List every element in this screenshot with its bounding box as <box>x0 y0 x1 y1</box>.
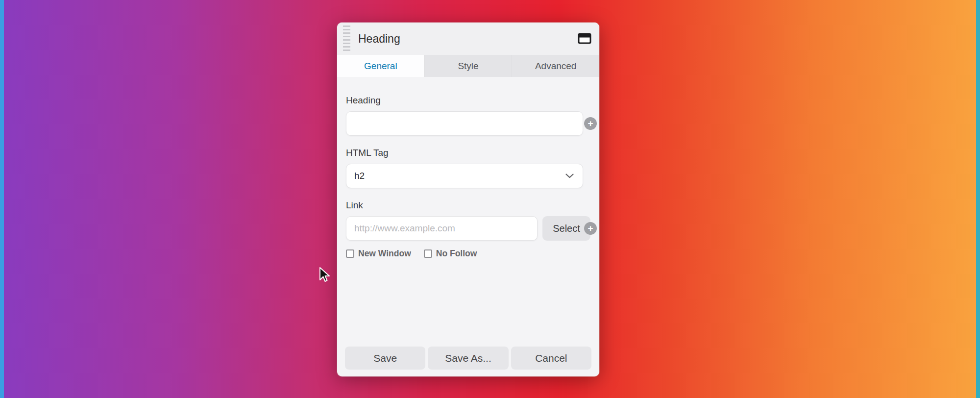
tab-general[interactable]: General <box>337 55 424 77</box>
new-window-label: New Window <box>358 249 411 259</box>
link-field-label: Link <box>346 200 590 211</box>
window-toggle-button[interactable] <box>578 32 591 44</box>
heading-settings-dialog: Heading General Style Advanced Heading + <box>337 23 599 376</box>
tab-advanced[interactable]: Advanced <box>512 55 599 77</box>
new-window-option[interactable]: New Window <box>346 249 411 259</box>
tab-style[interactable]: Style <box>424 55 512 77</box>
window-icon <box>578 33 591 44</box>
link-field-row: Select + <box>346 216 590 241</box>
no-follow-option[interactable]: No Follow <box>424 249 477 259</box>
heading-field-label: Heading <box>346 77 590 106</box>
heading-field-row: + <box>346 111 590 136</box>
mouse-cursor-icon <box>318 267 330 285</box>
save-as-button[interactable]: Save As... <box>428 347 508 370</box>
html-tag-selected-value: h2 <box>354 171 365 181</box>
dialog-title: Heading <box>358 32 400 46</box>
save-button[interactable]: Save <box>345 347 425 370</box>
chevron-down-icon <box>565 174 574 178</box>
cancel-button[interactable]: Cancel <box>511 347 591 370</box>
no-follow-checkbox[interactable] <box>424 249 432 258</box>
heading-text-input[interactable] <box>346 111 583 136</box>
new-window-checkbox[interactable] <box>346 249 354 258</box>
grip-lines-icon[interactable] <box>343 25 350 52</box>
dialog-footer: Save Save As... Cancel <box>345 347 591 370</box>
no-follow-label: No Follow <box>436 249 477 259</box>
right-edge-strip <box>976 0 980 398</box>
html-tag-field-label: HTML Tag <box>346 148 590 158</box>
html-tag-field-row: h2 <box>346 164 590 188</box>
left-edge-strip <box>0 0 4 398</box>
dialog-header: Heading <box>337 23 599 55</box>
link-options-row: New Window No Follow <box>346 249 590 259</box>
plus-circle-icon[interactable]: + <box>584 222 597 235</box>
link-url-input[interactable] <box>346 216 538 241</box>
desktop: Heading General Style Advanced Heading + <box>0 0 980 398</box>
link-select-button[interactable]: Select <box>542 216 590 241</box>
dialog-body: Heading + HTML Tag h2 Link <box>337 77 599 376</box>
html-tag-select[interactable]: h2 <box>346 164 583 188</box>
tab-bar: General Style Advanced <box>337 55 599 77</box>
plus-circle-icon[interactable]: + <box>584 117 597 130</box>
